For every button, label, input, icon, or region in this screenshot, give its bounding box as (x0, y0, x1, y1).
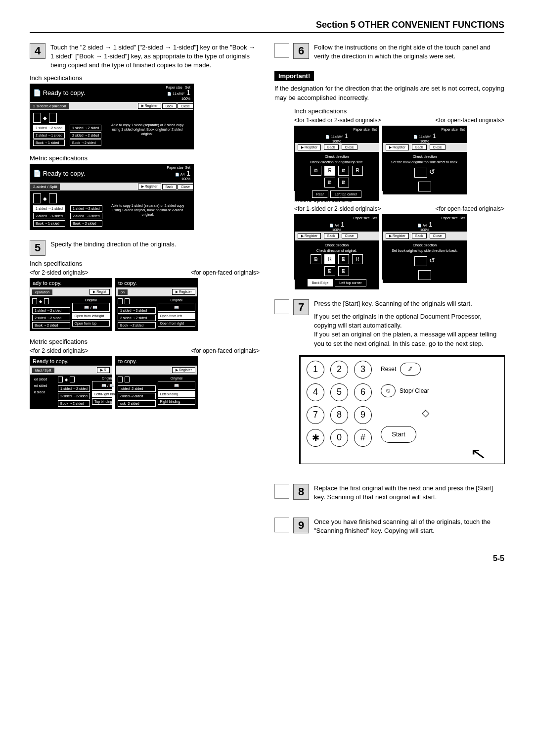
close-button[interactable]: Close (342, 144, 357, 150)
option[interactable]: 2 sided →2 sided (118, 315, 156, 321)
num-key-9[interactable]: 9 (354, 406, 372, 424)
num-key-8[interactable]: 8 (330, 406, 348, 424)
stop-button[interactable]: ⦰ (381, 384, 396, 397)
tab[interactable]: 2-sided / Split (30, 184, 60, 190)
option[interactable]: 1 sided →2 sided (70, 125, 101, 131)
original-icon: 📖 (158, 381, 196, 390)
orient-icon[interactable]: 🗎 (338, 178, 349, 188)
step-text: Press the [Start] key. Scanning of the o… (314, 299, 504, 308)
option[interactable]: Book →2-sided (70, 220, 102, 227)
option[interactable]: 2 sided →2 sided (32, 315, 70, 321)
num-key-0[interactable]: 0 (330, 429, 348, 447)
step-number: 7 (293, 299, 309, 315)
diamond-icon: ◇ (422, 407, 429, 419)
option[interactable]: Open from left/right (72, 313, 110, 319)
option[interactable]: 1 sided →2 sided (118, 307, 156, 314)
register-button[interactable]: ▶ Register (138, 103, 161, 109)
close-button[interactable]: Close (430, 144, 445, 150)
option[interactable]: ook -2-sided (118, 400, 156, 407)
register-button[interactable]: ▶ R (97, 367, 110, 373)
num-key-7[interactable]: 7 (307, 406, 324, 424)
orient-icon[interactable]: 🗎 (338, 166, 349, 176)
for-open-label: <for open-faced originals> (436, 205, 504, 212)
option[interactable]: Open from left (158, 313, 196, 319)
back-button[interactable]: Back (412, 144, 427, 150)
back-button[interactable]: Back (412, 233, 427, 238)
panel-info: Paper size Set 📄 A4 1 100% (167, 166, 190, 181)
option[interactable]: Book →2 sided (118, 322, 156, 329)
back-button[interactable]: Back (324, 233, 339, 238)
dir-panel-inch-sided: Paper size Set 📄 11×8½" 1100% ▶ Register… (294, 126, 379, 191)
close-button[interactable]: Close (342, 233, 357, 238)
orient-icon[interactable]: R (352, 166, 363, 176)
close-button[interactable]: Close (178, 184, 193, 189)
orient-icon[interactable]: R (324, 166, 335, 176)
register-button[interactable]: ▶ Register (172, 289, 195, 295)
option[interactable]: 1-sided →2-sided (70, 205, 102, 212)
option[interactable]: Book →1-sided (33, 220, 65, 227)
orient-icon[interactable]: 🗎 (338, 254, 349, 264)
option[interactable]: 1 sided →2 sided (32, 307, 70, 314)
orient-icon[interactable]: R (352, 254, 363, 264)
register-button[interactable]: ▶ Register (138, 184, 161, 189)
num-key-hash[interactable]: # (354, 429, 372, 447)
backedge-button[interactable]: Back Edge (308, 279, 333, 286)
step-8: 8 Replace the first original with the ne… (274, 484, 504, 502)
orient-icon[interactable]: R (324, 254, 335, 264)
ltc-button[interactable]: Left top corner (335, 279, 366, 286)
close-button[interactable]: Close (430, 233, 445, 238)
section-header: Section 5 OTHER CONVENIENT FUNCTIONS (30, 20, 504, 33)
back-button[interactable]: Back (162, 184, 177, 189)
panel-title: 📄 Ready to copy. (33, 170, 85, 177)
option[interactable]: 2-sided →2-sided (58, 393, 90, 399)
option[interactable]: Right binding (158, 398, 196, 405)
orient-icon[interactable]: 🗎 (324, 266, 335, 276)
orient-icon[interactable]: 🗎 (311, 166, 321, 176)
orient-icon[interactable]: 🗎 (324, 178, 335, 188)
back-button[interactable]: Back (162, 103, 177, 109)
option[interactable]: -sided -2-sided (118, 393, 156, 399)
register-button[interactable]: ▶ Register (298, 144, 321, 150)
option[interactable]: 2 sided →1 sided (33, 132, 65, 139)
panel-body-text: Able to copy 1 sided (separate) or 2 sid… (104, 123, 190, 136)
num-key-2[interactable]: 2 (330, 361, 348, 378)
register-button[interactable]: ▶ Register (386, 233, 409, 239)
register-button[interactable]: ▶ Register (172, 367, 195, 373)
start-button[interactable]: Start (381, 426, 416, 443)
option[interactable]: 1-sided →1-sided (33, 205, 65, 212)
orient-icon[interactable]: 🗎 (338, 266, 349, 276)
num-key-1[interactable]: 1 (307, 361, 324, 378)
option[interactable]: Left binding (158, 391, 196, 397)
option[interactable]: Book →2 sided (32, 322, 70, 329)
option[interactable]: 2 sided →2 sided (70, 132, 101, 139)
orient-icon[interactable]: 🗎 (311, 254, 321, 264)
option[interactable]: Book →2-sided (58, 400, 90, 407)
num-key-5[interactable]: 5 (330, 383, 348, 401)
close-button[interactable]: Close (178, 103, 193, 109)
num-key-6[interactable]: 6 (354, 383, 372, 401)
num-key-4[interactable]: 4 (307, 383, 324, 401)
option[interactable]: Open from right (158, 320, 196, 327)
panel-body-text: Able to copy 1-sided (separate) or 2-sid… (105, 203, 190, 217)
register-button[interactable]: ▶ Register (298, 233, 321, 239)
option[interactable]: 1-sided →2-sided (58, 385, 90, 392)
option[interactable]: Book →2 sided (70, 140, 101, 146)
tab[interactable]: 2 sided/Separation (30, 103, 69, 109)
register-button[interactable]: ▶ Register (386, 144, 409, 150)
for-2sided-label: <for 2-sided originals> (30, 347, 89, 354)
for-1or2-label: <for 1-sided or 2-sided originals> (294, 205, 381, 212)
register-button[interactable]: ▶ Regist (89, 289, 110, 295)
num-key-star[interactable]: ✱ (307, 429, 324, 447)
num-key-3[interactable]: 3 (354, 361, 372, 378)
option[interactable]: -sided -2-sided (118, 385, 156, 392)
option[interactable]: Book →1 sided (33, 140, 65, 146)
reset-button[interactable]: ⁄⁄ (400, 363, 421, 376)
option[interactable]: Open from top (72, 320, 110, 327)
for-open-label: <for open-faced originals> (191, 347, 260, 354)
option[interactable]: 1 sided →2 sided (33, 125, 65, 131)
reset-label: Reset (381, 366, 396, 373)
option[interactable]: 2-sided →2-sided (70, 213, 102, 219)
book-icon (414, 168, 427, 178)
option[interactable]: 2-sided →1-sided (33, 213, 65, 219)
back-button[interactable]: Back (324, 144, 339, 150)
